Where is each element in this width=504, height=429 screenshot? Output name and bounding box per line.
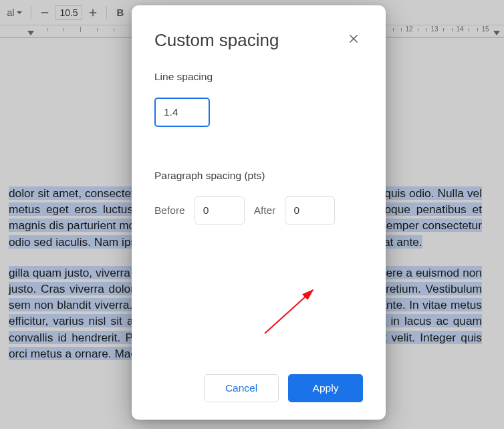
line-spacing-section-label: Line spacing: [154, 71, 363, 83]
dialog-title: Custom spacing: [154, 30, 279, 51]
spacing-after-input[interactable]: [285, 196, 335, 225]
before-label: Before: [154, 204, 185, 217]
cancel-button[interactable]: Cancel: [204, 374, 279, 402]
apply-button[interactable]: Apply: [288, 374, 363, 402]
after-label: After: [254, 204, 276, 217]
paragraph-spacing-section-label: Paragraph spacing (pts): [154, 170, 363, 182]
custom-spacing-dialog: Custom spacing Line spacing Paragraph sp…: [132, 5, 386, 420]
spacing-before-input[interactable]: [195, 196, 245, 225]
line-spacing-input[interactable]: [154, 98, 210, 127]
dialog-close-button[interactable]: [344, 29, 363, 51]
close-icon: [347, 32, 360, 45]
